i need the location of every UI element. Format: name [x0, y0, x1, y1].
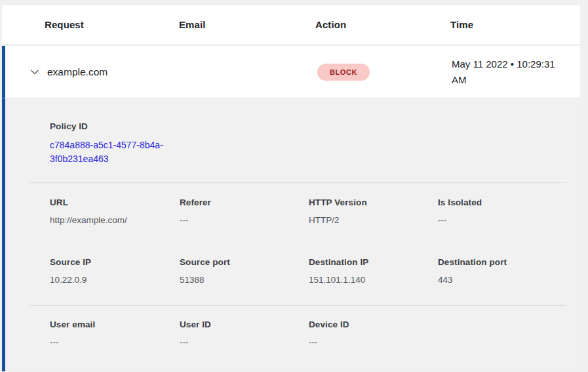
column-header-request: Request [45, 19, 179, 30]
field-is-isolated: Is Isolated --- [438, 197, 580, 225]
column-header-time: Time [450, 19, 580, 30]
field-user-id-label: User ID [180, 320, 309, 329]
field-empty [438, 320, 580, 347]
detail-row-network: Source IP 10.22.0.9 Source port 51388 De… [5, 257, 580, 285]
field-user-email: User email --- [50, 320, 180, 347]
log-table-row[interactable]: example.com BLOCK May 11 2022 • 10:29:31… [2, 46, 580, 98]
field-url: URL http://example.com/ [50, 197, 180, 225]
table-header: Request Email Action Time [2, 5, 580, 44]
field-destination-port-label: Destination port [438, 257, 580, 267]
field-source-ip: Source IP 10.22.0.9 [50, 257, 180, 285]
field-http-version-label: HTTP Version [309, 197, 438, 207]
field-destination-port: Destination port 443 [438, 257, 580, 285]
field-source-port-label: Source port [180, 257, 309, 267]
field-is-isolated-value: --- [438, 215, 580, 225]
field-destination-ip-label: Destination IP [309, 257, 438, 267]
field-referer-label: Referer [180, 197, 309, 207]
column-header-email: Email [179, 19, 315, 30]
policy-id-link[interactable]: c784a888-a5c1-4577-8b4a-3f0b231ea463 [50, 138, 181, 166]
section-divider [29, 182, 566, 183]
field-device-id-value: --- [309, 337, 438, 347]
chevron-down-icon [29, 67, 40, 77]
field-user-email-label: User email [50, 320, 180, 329]
field-user-email-value: --- [50, 337, 180, 347]
field-destination-port-value: 443 [438, 275, 580, 285]
policy-section: Policy ID c784a888-a5c1-4577-8b4a-3f0b23… [5, 98, 580, 166]
field-user-id-value: --- [180, 337, 309, 347]
section-divider [29, 305, 566, 306]
field-source-ip-label: Source IP [50, 257, 180, 267]
field-http-version-value: HTTP/2 [309, 215, 438, 225]
detail-row-http: URL http://example.com/ Referer --- HTTP… [5, 197, 580, 225]
log-table-card: Request Email Action Time example.com BL… [2, 0, 580, 371]
field-device-id: Device ID --- [309, 320, 438, 347]
row-request-value: example.com [47, 66, 108, 78]
field-is-isolated-label: Is Isolated [438, 197, 580, 207]
detail-row-user: User email --- User ID --- Device ID --- [5, 320, 580, 347]
column-header-action: Action [315, 19, 450, 30]
field-user-id: User ID --- [180, 320, 309, 347]
field-referer: Referer --- [180, 197, 309, 225]
field-destination-ip-value: 151.101.1.140 [309, 275, 438, 285]
field-http-version: HTTP Version HTTP/2 [309, 197, 438, 225]
field-source-ip-value: 10.22.0.9 [50, 275, 180, 285]
expand-collapse-button[interactable] [28, 65, 42, 79]
field-source-port: Source port 51388 [180, 257, 309, 285]
expanded-detail-panel: Policy ID c784a888-a5c1-4577-8b4a-3f0b23… [2, 98, 580, 371]
field-device-id-label: Device ID [309, 320, 438, 329]
policy-id-label: Policy ID [50, 121, 580, 131]
row-time-value: May 11 2022 • 10:29:31 AM [452, 56, 571, 88]
field-url-value: http://example.com/ [50, 215, 180, 225]
action-block-badge: BLOCK [317, 64, 370, 81]
field-referer-value: --- [180, 215, 309, 225]
log-viewer-page: Request Email Action Time example.com BL… [0, 0, 588, 372]
field-destination-ip: Destination IP 151.101.1.140 [309, 257, 438, 285]
field-source-port-value: 51388 [180, 275, 309, 285]
field-url-label: URL [50, 197, 180, 207]
